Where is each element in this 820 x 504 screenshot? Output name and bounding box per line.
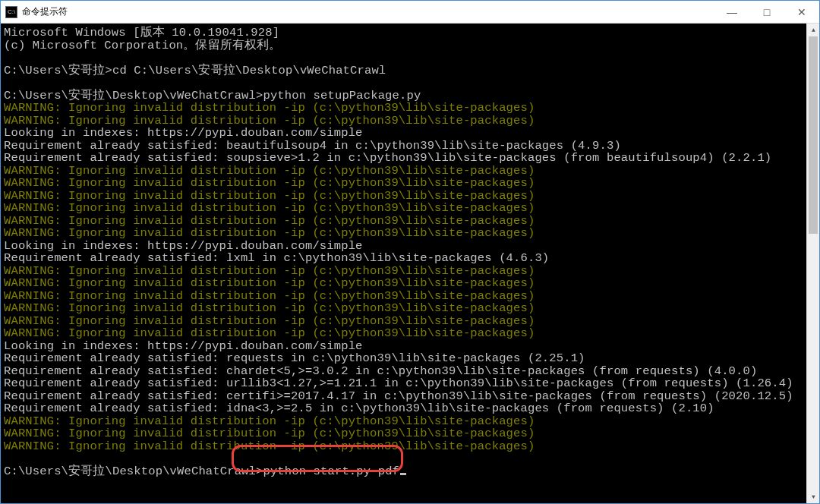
terminal-line: WARNING: Ignoring invalid distribution -…: [4, 315, 816, 328]
terminal-line: WARNING: Ignoring invalid distribution -…: [4, 427, 816, 440]
terminal-line: WARNING: Ignoring invalid distribution -…: [4, 177, 816, 190]
terminal-line: [4, 452, 816, 465]
terminal-line: WARNING: Ignoring invalid distribution -…: [4, 277, 816, 290]
terminal-line: WARNING: Ignoring invalid distribution -…: [4, 290, 816, 303]
terminal-line: Requirement already satisfied: lxml in c…: [4, 252, 816, 265]
app-icon: C:\: [5, 6, 17, 18]
scroll-up-button[interactable]: ▲: [807, 24, 820, 36]
terminal-line: (c) Microsoft Corporation。保留所有权利。: [4, 39, 816, 52]
scroll-thumb[interactable]: [809, 36, 818, 234]
terminal-line: Looking in indexes: https://pypi.douban.…: [4, 240, 816, 253]
terminal-line: WARNING: Ignoring invalid distribution -…: [4, 440, 816, 453]
maximize-button[interactable]: □: [749, 1, 784, 24]
terminal-line: WARNING: Ignoring invalid distribution -…: [4, 190, 816, 203]
titlebar[interactable]: C:\ 命令提示符 — □ ✕: [1, 1, 819, 24]
minimize-button[interactable]: —: [714, 1, 749, 24]
scroll-down-button[interactable]: ▼: [807, 490, 820, 503]
scroll-track[interactable]: [807, 36, 819, 490]
terminal-line: WARNING: Ignoring invalid distribution -…: [4, 115, 816, 128]
terminal-line: WARNING: Ignoring invalid distribution -…: [4, 327, 816, 340]
terminal-line: Microsoft Windows [版本 10.0.19041.928]: [4, 27, 816, 39]
terminal-line: Requirement already satisfied: idna<3,>=…: [4, 402, 816, 415]
terminal-line: WARNING: Ignoring invalid distribution -…: [4, 202, 816, 215]
terminal-line: Looking in indexes: https://pypi.douban.…: [4, 340, 816, 353]
cmd-window: C:\ 命令提示符 — □ ✕ Microsoft Windows [版本 10…: [0, 0, 820, 504]
terminal-area[interactable]: Microsoft Windows [版本 10.0.19041.928](c)…: [1, 24, 819, 503]
terminal-line: C:\Users\安哥拉\Desktop\vWeChatCrawl>python…: [4, 90, 816, 102]
terminal-line: WARNING: Ignoring invalid distribution -…: [4, 227, 816, 240]
terminal-line: WARNING: Ignoring invalid distribution -…: [4, 415, 816, 428]
prompt-command[interactable]: python start.py pdf: [263, 465, 399, 478]
terminal-line: Requirement already satisfied: certifi>=…: [4, 390, 816, 403]
terminal-line: Requirement already satisfied: requests …: [4, 352, 816, 365]
terminal-line: [4, 77, 816, 90]
terminal-line: Requirement already satisfied: urllib3<1…: [4, 377, 816, 390]
prompt-line[interactable]: C:\Users\安哥拉\Desktop\vWeChatCrawl>python…: [4, 465, 816, 478]
terminal-line: WARNING: Ignoring invalid distribution -…: [4, 102, 816, 115]
terminal-line: Requirement already satisfied: beautiful…: [4, 140, 816, 153]
terminal-line: WARNING: Ignoring invalid distribution -…: [4, 302, 816, 315]
terminal-line: WARNING: Ignoring invalid distribution -…: [4, 165, 816, 178]
terminal-line: Requirement already satisfied: chardet<5…: [4, 365, 816, 378]
terminal-line: WARNING: Ignoring invalid distribution -…: [4, 265, 816, 278]
terminal-line: Looking in indexes: https://pypi.douban.…: [4, 127, 816, 140]
cursor: [400, 473, 406, 475]
scrollbar[interactable]: ▲ ▼: [806, 24, 819, 503]
terminal-line: C:\Users\安哥拉>cd C:\Users\安哥拉\Desktop\vWe…: [4, 65, 816, 77]
prompt-path: C:\Users\安哥拉\Desktop\vWeChatCrawl>: [4, 465, 263, 478]
close-button[interactable]: ✕: [784, 1, 819, 24]
terminal-line: WARNING: Ignoring invalid distribution -…: [4, 215, 816, 228]
window-title: 命令提示符: [22, 5, 68, 18]
terminal-line: [4, 52, 816, 65]
terminal-line: Requirement already satisfied: soupsieve…: [4, 152, 816, 165]
